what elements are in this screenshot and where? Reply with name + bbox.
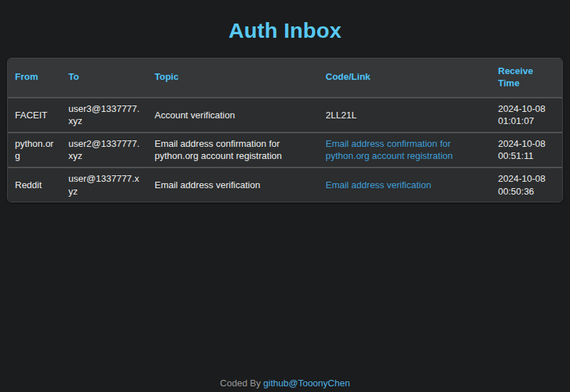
verification-link[interactable]: Email address verification <box>326 180 431 190</box>
cell-to: user@1337777.xyz <box>61 167 147 202</box>
footer-credit-text: Coded By <box>220 378 261 388</box>
cell-receive-time: 2024-10-08 01:01:07 <box>491 98 562 133</box>
column-header-receive-time: Receive Time <box>491 58 562 98</box>
cell-topic: Email address confirmation for python.or… <box>147 133 318 167</box>
footer-github-link[interactable]: github@TooonyChen <box>264 378 351 388</box>
cell-from: FACEIT <box>8 98 61 133</box>
cell-topic: Email address verification <box>147 167 318 202</box>
verification-code: 2LL21L <box>326 110 356 120</box>
table-row: FACEIT user3@1337777.xyz Account verific… <box>8 98 562 133</box>
column-header-topic: Topic <box>147 58 318 98</box>
column-header-code-link: Code/Link <box>318 58 491 98</box>
cell-from: Reddit <box>8 167 61 202</box>
cell-to: user2@1337777.xyz <box>61 133 147 167</box>
table-row: Reddit user@1337777.xyz Email address ve… <box>8 167 562 202</box>
verification-link[interactable]: Email address confirmation for python.or… <box>326 138 453 162</box>
cell-code: Email address confirmation for python.or… <box>318 133 491 167</box>
cell-receive-time: 2024-10-08 00:50:36 <box>491 167 562 202</box>
page-title: Auth Inbox <box>0 19 570 43</box>
column-header-to: To <box>61 58 147 98</box>
cell-to: user3@1337777.xyz <box>61 98 147 133</box>
table-header-row: From To Topic Code/Link Receive Time <box>8 58 562 98</box>
cell-from: python.org <box>8 133 61 167</box>
cell-topic: Account verification <box>147 98 318 133</box>
auth-inbox-table-container: From To Topic Code/Link Receive Time FAC… <box>7 58 563 202</box>
cell-receive-time: 2024-10-08 00:51:11 <box>491 133 562 167</box>
table-row: python.org user2@1337777.xyz Email addre… <box>8 133 562 167</box>
cell-code: 2LL21L <box>318 98 491 133</box>
auth-inbox-table: From To Topic Code/Link Receive Time FAC… <box>8 58 562 202</box>
page-footer: Coded By github@TooonyChen <box>0 378 570 392</box>
column-header-from: From <box>8 58 61 98</box>
cell-code: Email address verification <box>318 167 491 202</box>
